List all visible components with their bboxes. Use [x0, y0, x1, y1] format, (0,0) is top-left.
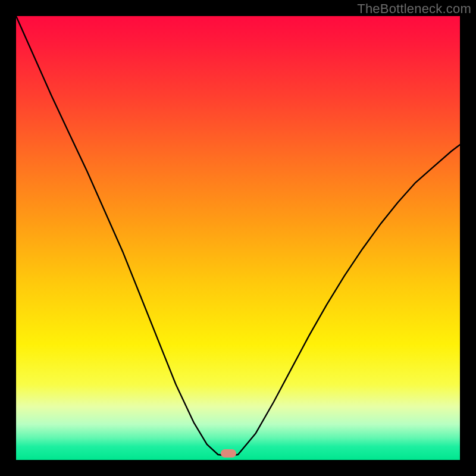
optimum-marker: [221, 449, 236, 458]
plot-area: [16, 16, 460, 460]
bottleneck-curve: [16, 16, 460, 460]
chart-stage: TheBottleneck.com: [0, 0, 476, 476]
watermark-text: TheBottleneck.com: [357, 1, 471, 17]
curve-path: [16, 16, 460, 456]
